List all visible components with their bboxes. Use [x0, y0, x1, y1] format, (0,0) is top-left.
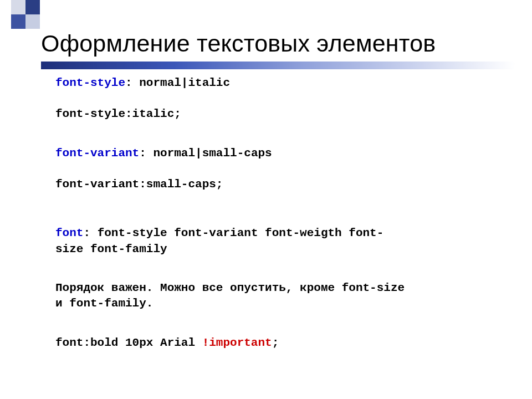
title-block: Оформление текстовых элементов [41, 30, 515, 69]
css-values: font-style font-variant font-weigth font… [98, 227, 384, 239]
code-line: size font-family [55, 242, 493, 257]
decoration-square [25, 14, 40, 29]
slide-content: font-style: normal|italic font-style:ita… [55, 75, 493, 351]
decoration-square [11, 0, 25, 14]
css-property: font-style [55, 76, 125, 89]
decoration-square [11, 14, 25, 29]
note-line: и font-family. [55, 296, 493, 311]
colon: : [83, 227, 97, 239]
code-line: font-variant:small-caps; [55, 177, 493, 192]
css-values: normal|italic [139, 76, 230, 89]
css-property: font-variant [55, 147, 139, 160]
code-line: font:bold 10px Arial !important; [55, 335, 493, 351]
slide-title: Оформление текстовых элементов [41, 30, 515, 62]
css-values: normal|small-caps [153, 147, 272, 160]
slide: Оформление текстовых элементов font-styl… [0, 0, 532, 399]
code-line: font-variant: normal|small-caps [55, 146, 493, 161]
colon: : [125, 76, 139, 89]
css-property: font [55, 227, 83, 239]
css-declaration: font:bold 10px Arial [55, 336, 202, 349]
semicolon: ; [272, 336, 279, 349]
decoration-square [25, 0, 40, 14]
title-underline [41, 62, 515, 69]
note-line: Порядок важен. Можно все опустить, кроме… [55, 280, 493, 296]
code-line: font-style: normal|italic [55, 75, 493, 91]
css-important: !important [202, 336, 272, 349]
colon: : [139, 147, 153, 160]
code-line: font: font-style font-variant font-weigt… [55, 226, 493, 241]
code-line: font-style:italic; [55, 106, 493, 122]
